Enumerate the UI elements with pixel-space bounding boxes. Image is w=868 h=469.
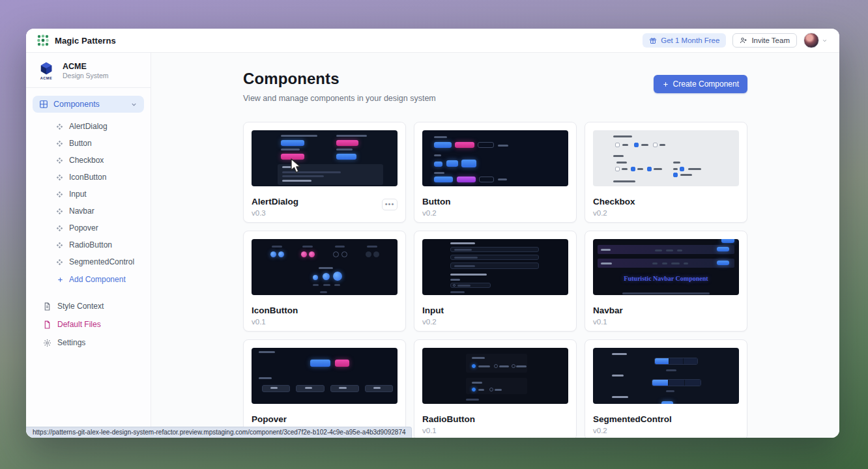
sidebar-item-segmentedcontrol[interactable]: SegmentedControl bbox=[26, 253, 151, 270]
file-icon bbox=[43, 320, 51, 329]
sidebar-item-components[interactable]: Components bbox=[33, 96, 144, 113]
component-thumbnail[interactable] bbox=[252, 239, 398, 295]
component-thumbnail[interactable] bbox=[422, 130, 568, 186]
brand: Magic Patterns bbox=[36, 34, 116, 47]
top-bar: Magic Patterns Get 1 Month Free Invite T… bbox=[26, 29, 839, 53]
component-card-title: Checkbox bbox=[593, 197, 739, 206]
component-icon bbox=[56, 225, 63, 232]
navbar-thumb-text: Futuristic Navbar Component bbox=[593, 275, 739, 282]
component-card-segmentedcontrol[interactable]: SegmentedControl v0.2 bbox=[585, 339, 747, 438]
component-icon bbox=[56, 157, 63, 164]
sidebar-item-label: Navbar bbox=[69, 206, 94, 216]
sidebar-item-input[interactable]: Input bbox=[26, 186, 151, 203]
component-card-iconbutton[interactable]: IconButton v0.1 bbox=[243, 231, 406, 332]
component-icon bbox=[56, 259, 63, 266]
user-plus-icon bbox=[740, 36, 747, 44]
page-subtitle: View and manage components in your desig… bbox=[243, 94, 436, 103]
component-card-radiobutton[interactable]: RadioButton v0.1 bbox=[414, 339, 577, 438]
component-card-version: v0.2 bbox=[422, 209, 568, 217]
component-card-checkbox[interactable]: Checkbox v0.2 bbox=[585, 122, 747, 223]
avatar[interactable] bbox=[803, 33, 819, 48]
sidebar-item-alertdialog[interactable]: AlertDialog bbox=[26, 118, 151, 135]
component-thumbnail[interactable] bbox=[252, 348, 398, 404]
workspace-subtitle: Design System bbox=[63, 72, 109, 79]
sidebar-item-button[interactable]: Button bbox=[26, 135, 151, 152]
component-card-version: v0.1 bbox=[593, 318, 739, 326]
gift-icon bbox=[649, 36, 657, 44]
component-card-navbar[interactable]: Futuristic Navbar Component Navbar v0.1 bbox=[585, 231, 747, 332]
component-thumbnail[interactable] bbox=[422, 348, 568, 404]
sidebar-item-settings[interactable]: Settings bbox=[26, 334, 151, 352]
sidebar-item-label: Popover bbox=[69, 223, 98, 233]
sidebar-divider bbox=[26, 87, 151, 88]
component-card-title: Button bbox=[422, 197, 568, 206]
acme-logo-label: ACME bbox=[40, 76, 53, 80]
account-menu[interactable] bbox=[803, 33, 828, 48]
invite-team-button[interactable]: Invite Team bbox=[732, 33, 797, 48]
sidebar-item-navbar[interactable]: Navbar bbox=[26, 203, 151, 220]
component-card-version: v0.1 bbox=[422, 427, 568, 434]
component-card-title: Navbar bbox=[593, 306, 739, 315]
create-component-button[interactable]: Create Component bbox=[654, 75, 747, 93]
component-card-popover[interactable]: Popover v0.2 bbox=[243, 339, 406, 438]
component-thumbnail[interactable] bbox=[593, 348, 739, 404]
component-thumbnail[interactable] bbox=[422, 239, 568, 295]
sidebar: ACME ACME Design System Components bbox=[26, 53, 151, 438]
component-card-alertdialog[interactable]: AlertDialog v0.3 ••• bbox=[243, 122, 406, 223]
sidebar-item-radiobutton[interactable]: RadioButton bbox=[26, 236, 151, 253]
sidebar-item-popover[interactable]: Popover bbox=[26, 220, 151, 236]
magic-patterns-logo bbox=[36, 34, 50, 47]
sidebar-item-label: Button bbox=[69, 139, 92, 148]
component-card-version: v0.3 bbox=[252, 209, 398, 217]
plus-icon bbox=[57, 276, 64, 283]
components-nav-label: Components bbox=[53, 100, 100, 109]
sidebar-item-default-files[interactable]: Default Files bbox=[26, 315, 151, 334]
component-icon bbox=[56, 174, 63, 181]
chevron-down-icon bbox=[822, 38, 828, 44]
add-component-button[interactable]: Add Component bbox=[26, 270, 151, 289]
sidebar-item-label: Checkbox bbox=[69, 156, 104, 165]
cube-icon bbox=[39, 61, 53, 76]
component-card-version: v0.1 bbox=[252, 318, 398, 326]
grid-icon bbox=[39, 100, 48, 109]
app-name: Magic Patterns bbox=[55, 36, 116, 46]
component-card-title: IconButton bbox=[252, 306, 398, 315]
chevron-down-icon bbox=[130, 101, 137, 108]
sidebar-item-checkbox[interactable]: Checkbox bbox=[26, 152, 151, 169]
component-card-version: v0.2 bbox=[593, 427, 739, 434]
sidebar-item-label: AlertDialog bbox=[69, 122, 108, 131]
invite-team-label: Invite Team bbox=[751, 36, 790, 44]
app-window: Magic Patterns Get 1 Month Free Invite T… bbox=[26, 29, 839, 438]
create-component-label: Create Component bbox=[673, 79, 739, 89]
sidebar-item-label: Default Files bbox=[57, 320, 101, 329]
sidebar-item-style-context[interactable]: Style Context bbox=[26, 297, 151, 315]
component-thumbnail[interactable] bbox=[593, 130, 739, 186]
card-menu-button[interactable]: ••• bbox=[382, 199, 398, 210]
desktop-background: Magic Patterns Get 1 Month Free Invite T… bbox=[0, 0, 868, 469]
sidebar-footer: Style Context Default Files Settings bbox=[26, 297, 151, 352]
gear-icon bbox=[43, 339, 51, 347]
get-month-free-button[interactable]: Get 1 Month Free bbox=[643, 33, 726, 48]
sidebar-item-iconbutton[interactable]: IconButton bbox=[26, 169, 151, 186]
plus-icon bbox=[662, 81, 669, 88]
add-component-label: Add Component bbox=[69, 275, 126, 284]
component-thumbnail[interactable] bbox=[252, 130, 398, 186]
document-icon bbox=[43, 302, 51, 311]
link-preview-status-bar: https://patterns-git-alex-lee-design-sys… bbox=[26, 427, 412, 438]
component-thumbnail[interactable]: Futuristic Navbar Component bbox=[593, 239, 739, 295]
workspace-switcher[interactable]: ACME ACME Design System bbox=[26, 53, 151, 87]
component-card-title: SegmentedControl bbox=[593, 414, 739, 424]
component-icon bbox=[56, 208, 63, 215]
component-card-title: Input bbox=[422, 306, 568, 315]
sidebar-item-label: Input bbox=[69, 190, 87, 199]
component-card-title: RadioButton bbox=[422, 414, 568, 424]
sidebar-item-label: Style Context bbox=[57, 302, 104, 311]
component-icon bbox=[56, 140, 63, 147]
component-card-title: AlertDialog bbox=[252, 197, 398, 206]
component-card-input[interactable]: Input v0.2 bbox=[414, 231, 577, 332]
sidebar-item-label: RadioButton bbox=[69, 240, 112, 249]
component-card-version: v0.2 bbox=[422, 318, 568, 326]
acme-logo: ACME bbox=[36, 61, 56, 80]
component-card-button[interactable]: Button v0.2 bbox=[414, 122, 577, 223]
workspace-name: ACME bbox=[63, 62, 109, 71]
